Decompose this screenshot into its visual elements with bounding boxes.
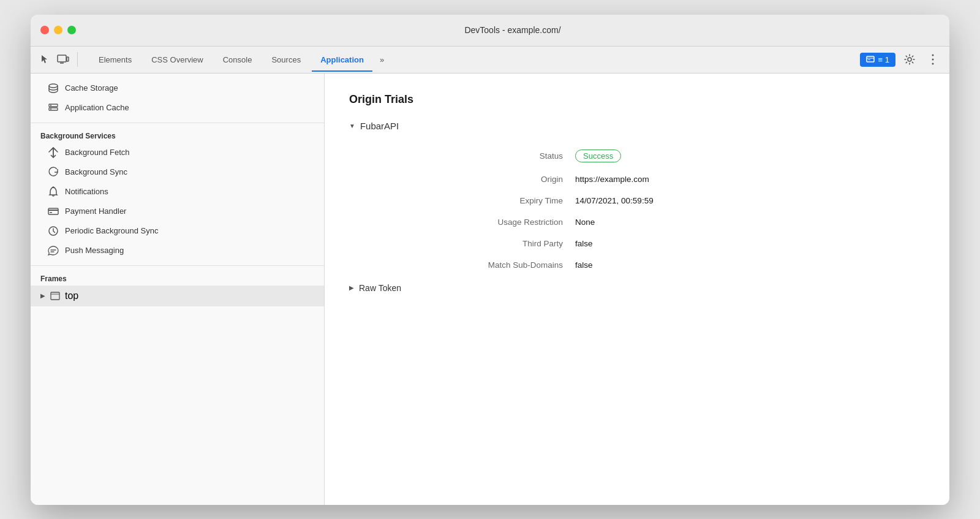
messages-badge[interactable]: ≡ 1: [860, 53, 895, 67]
title-bar: DevTools - example.com/: [31, 15, 949, 47]
sidebar-item-cache-storage[interactable]: Cache Storage: [31, 78, 324, 98]
application-cache-label: Application Cache: [65, 103, 129, 112]
window-title: DevTools - example.com/: [86, 25, 940, 35]
application-cache-icon: [48, 102, 59, 113]
origin-value: https://example.com: [575, 169, 778, 190]
third-party-row: Third Party false: [349, 233, 778, 254]
match-sub-value: false: [575, 254, 778, 276]
third-party-value: false: [575, 233, 778, 254]
status-label: Status: [349, 143, 575, 169]
tab-divider: [77, 52, 78, 67]
origin-row: Origin https://example.com: [349, 169, 778, 190]
background-fetch-icon: [48, 147, 59, 158]
devtools-window: DevTools - example.com/ Elements CSS: [31, 15, 949, 505]
match-sub-label: Match Sub-Domains: [349, 254, 575, 276]
svg-point-13: [50, 105, 51, 106]
tab-more[interactable]: »: [375, 53, 389, 67]
usage-row: Usage Restriction None: [349, 211, 778, 233]
status-row: Status Success: [349, 143, 778, 169]
svg-rect-3: [867, 56, 874, 62]
sidebar-item-payment-handler[interactable]: Payment Handler: [31, 202, 324, 221]
svg-rect-17: [48, 208, 58, 214]
expiry-label: Expiry Time: [349, 190, 575, 211]
payment-handler-label: Payment Handler: [65, 206, 126, 216]
sidebar-item-application-cache[interactable]: Application Cache: [31, 98, 324, 118]
content-panel: Origin Trials ▼ FubarAPI Status Success …: [325, 74, 949, 505]
status-badge: Success: [575, 150, 621, 162]
tab-console[interactable]: Console: [214, 51, 261, 68]
sidebar-item-periodic-background-sync[interactable]: Periodic Background Sync: [31, 221, 324, 241]
frames-title: Frames: [31, 271, 324, 286]
frames-expand-icon: ▶: [40, 292, 45, 299]
cache-section: Cache Storage Application Cache: [31, 74, 324, 123]
traffic-lights: [40, 26, 76, 34]
svg-rect-0: [58, 55, 66, 62]
tab-bar-left: [38, 52, 80, 67]
tab-application[interactable]: Application: [312, 51, 372, 68]
sidebar-item-frames-top[interactable]: ▶ top: [31, 286, 324, 306]
minimize-button[interactable]: [54, 26, 62, 34]
cache-storage-label: Cache Storage: [65, 83, 118, 93]
sidebar-item-background-sync[interactable]: Background Sync: [31, 162, 324, 182]
api-section: ▼ FubarAPI Status Success Origin https:/…: [349, 121, 925, 293]
push-messaging-label: Push Messaging: [65, 246, 124, 255]
expiry-value: 14/07/2021, 00:59:59: [575, 190, 778, 211]
notifications-icon: [48, 186, 59, 197]
frames-top-label: top: [65, 290, 78, 301]
svg-point-6: [908, 58, 911, 61]
cache-storage-icon: [48, 83, 59, 94]
match-sub-row: Match Sub-Domains false: [349, 254, 778, 276]
api-details: Status Success Origin https://example.co…: [349, 143, 778, 276]
svg-point-7: [932, 55, 934, 56]
close-button[interactable]: [40, 26, 49, 34]
notifications-label: Notifications: [65, 187, 108, 196]
more-options-button[interactable]: [924, 50, 942, 69]
tab-elements[interactable]: Elements: [90, 51, 140, 68]
background-fetch-label: Background Fetch: [65, 148, 130, 157]
sidebar-item-background-fetch[interactable]: Background Fetch: [31, 143, 324, 162]
settings-button[interactable]: [900, 50, 919, 69]
api-expand-triangle: ▼: [349, 123, 355, 129]
sidebar-item-push-messaging[interactable]: Push Messaging: [31, 241, 324, 260]
tab-bar-right: ≡ 1: [860, 50, 942, 69]
svg-point-14: [50, 108, 51, 110]
svg-rect-21: [51, 292, 59, 300]
maximize-button[interactable]: [67, 26, 76, 34]
sidebar: Cache Storage Application Cache: [31, 74, 325, 505]
third-party-label: Third Party: [349, 233, 575, 254]
cursor-icon[interactable]: [38, 53, 51, 66]
svg-rect-1: [67, 57, 69, 61]
messages-icon: [866, 56, 875, 63]
sidebar-item-notifications[interactable]: Notifications: [31, 182, 324, 202]
usage-label: Usage Restriction: [349, 211, 575, 233]
svg-point-8: [932, 59, 934, 61]
frames-top-icon: [50, 292, 60, 300]
background-sync-icon: [48, 167, 59, 178]
frames-section: Frames ▶ top: [31, 266, 324, 311]
background-services-section: Background Services: [31, 123, 324, 266]
origin-label: Origin: [349, 169, 575, 190]
svg-rect-19: [50, 212, 52, 213]
svg-point-9: [932, 63, 934, 65]
raw-token-triangle: ▶: [349, 284, 354, 291]
device-icon[interactable]: [56, 53, 70, 66]
page-title: Origin Trials: [349, 93, 925, 106]
background-sync-label: Background Sync: [65, 167, 127, 176]
usage-value: None: [575, 211, 778, 233]
svg-point-10: [49, 84, 58, 88]
periodic-background-sync-label: Periodic Background Sync: [65, 226, 158, 235]
payment-handler-icon: [48, 206, 59, 217]
tab-bar: Elements CSS Overview Console Sources Ap…: [31, 47, 949, 74]
periodic-background-sync-icon: [48, 225, 59, 237]
push-messaging-icon: [48, 245, 59, 256]
raw-token-label: Raw Token: [359, 283, 401, 293]
tab-css-overview[interactable]: CSS Overview: [143, 51, 212, 68]
expiry-row: Expiry Time 14/07/2021, 00:59:59: [349, 190, 778, 211]
status-value: Success: [575, 143, 778, 169]
api-header[interactable]: ▼ FubarAPI: [349, 121, 925, 131]
api-name: FubarAPI: [360, 121, 399, 131]
raw-token-row[interactable]: ▶ Raw Token: [349, 283, 925, 293]
background-services-title: Background Services: [31, 128, 324, 143]
main-content: Cache Storage Application Cache: [31, 74, 949, 505]
tab-sources[interactable]: Sources: [263, 51, 309, 68]
